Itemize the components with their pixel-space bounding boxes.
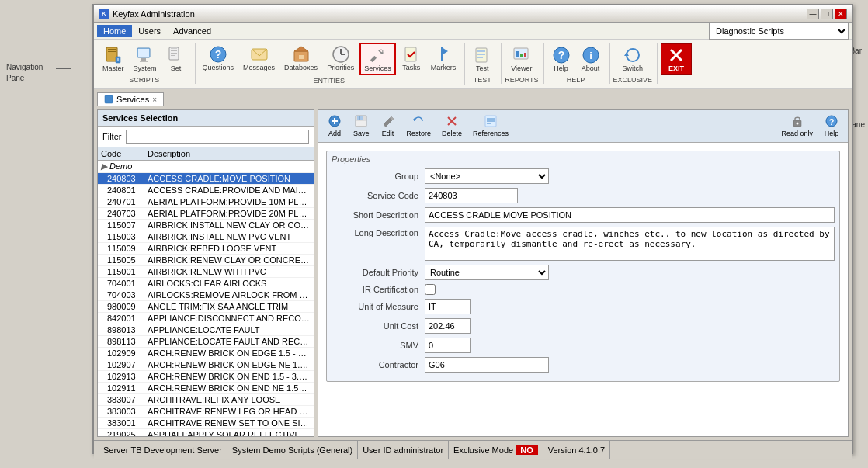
questions-icon: ? <box>209 45 227 64</box>
minimize-button[interactable]: — <box>807 9 819 19</box>
questions-button[interactable]: ? Questions <box>199 43 238 75</box>
add-edit-button[interactable]: Add <box>323 113 346 140</box>
group-row-demo[interactable]: ▶ Demo <box>98 161 314 173</box>
save-edit-button[interactable]: Save <box>349 113 373 140</box>
menu-home[interactable]: Home <box>97 25 132 37</box>
svg-rect-33 <box>477 57 483 58</box>
table-row[interactable]: 842001APPLIANCE:DISCONNECT AND RECONNECT <box>98 313 314 324</box>
userid-status: User ID administrator <box>358 441 449 459</box>
markers-button[interactable]: Markers <box>427 43 460 75</box>
filter-input[interactable] <box>126 130 309 144</box>
restore-edit-button[interactable]: Restore <box>403 113 436 140</box>
table-row[interactable]: 115007AIRBRICK:INSTALL NEW CLAY OR CONCR… <box>98 220 314 231</box>
title-bar: K Keyfax Administration — □ ✕ <box>94 5 852 23</box>
group-select[interactable]: <None> <box>425 168 549 184</box>
smv-input[interactable] <box>425 338 471 353</box>
help-button[interactable]: ? Help <box>547 43 575 75</box>
maximize-button[interactable]: □ <box>821 9 833 19</box>
about-label: About <box>582 64 600 72</box>
svg-rect-21 <box>299 55 304 59</box>
table-row[interactable]: 898113APPLIANCE:LOCATE FAULT AND RECTIFY <box>98 336 314 348</box>
svg-text:?: ? <box>829 117 835 127</box>
priorities-button[interactable]: Priorities <box>323 43 358 75</box>
menu-users[interactable]: Users <box>132 25 167 37</box>
table-row[interactable]: 383001ARCHITRAVE:RENEW SET TO ONE SIDE O… <box>98 418 314 429</box>
table-row[interactable]: 704001AIRLOCKS:CLEAR AIRLOCKS <box>98 278 314 289</box>
services-tab[interactable]: Services × <box>97 92 164 106</box>
svg-rect-31 <box>477 50 485 52</box>
svg-rect-15 <box>171 55 175 56</box>
table-row[interactable]: 115009AIRBRICK:REBED LOOSE VENT <box>98 243 314 255</box>
short-desc-row: Short Description <box>332 207 835 223</box>
exit-button[interactable]: EXIT <box>661 43 692 75</box>
references-edit-button[interactable]: References <box>469 113 512 140</box>
tasks-button[interactable]: Tasks <box>398 43 425 75</box>
svg-rect-9 <box>141 58 146 61</box>
table-row[interactable]: 383003ARCHITRAVE:RENEW LEG OR HEAD ONE S… <box>98 406 314 418</box>
table-row[interactable]: 115001AIRBRICK:RENEW WITH PVC <box>98 266 314 278</box>
table-row[interactable]: 240703AERIAL PLATFORM:PROVIDE 20M PLATFO… <box>98 208 314 220</box>
help-edit-button[interactable]: ? Help <box>820 113 843 140</box>
userid-label: User ID <box>363 445 391 455</box>
table-row[interactable]: 383007ARCHITRAVE:REFIX ANY LOOSE <box>98 394 314 406</box>
unit-cost-input[interactable] <box>425 318 471 334</box>
priority-select[interactable]: Routine <box>425 265 549 280</box>
services-button[interactable]: Services <box>359 43 396 75</box>
delete-edit-button[interactable]: Delete <box>438 113 466 140</box>
table-row[interactable]: 115003AIRBRICK:INSTALL NEW PVC VENT <box>98 231 314 243</box>
contractor-input[interactable] <box>425 357 549 373</box>
edit-edit-button[interactable]: Edit <box>377 113 400 140</box>
svg-rect-36 <box>516 51 519 57</box>
table-row[interactable]: 102907ARCH:RENEW BRICK ON EDGE NE 1.5M L… <box>98 359 314 371</box>
table-row[interactable]: 240701AERIAL PLATFORM:PROVIDE 10M PLATFO… <box>98 196 314 208</box>
long-desc-label: Long Description <box>332 227 425 237</box>
viewer-button[interactable]: Viewer <box>507 43 536 75</box>
test-group: Test TEST <box>468 43 502 84</box>
delete-icon <box>446 115 458 130</box>
references-label: References <box>473 130 509 137</box>
system-button[interactable]: System <box>130 43 161 75</box>
table-row[interactable]: 102913ARCH:RENEW BRICK ON END 1.5 - 3.0M… <box>98 371 314 383</box>
table-row[interactable]: 115005AIRBRICK:RENEW CLAY OR CONCRETE VE… <box>98 255 314 266</box>
table-row[interactable]: 102911ARCH:RENEW BRICK ON END NE 1.5M LO… <box>98 383 314 394</box>
close-button[interactable]: ✕ <box>835 9 847 19</box>
test-button[interactable]: Test <box>468 43 496 75</box>
about-button[interactable]: i About <box>577 43 605 75</box>
master-button[interactable]: Master <box>99 43 128 75</box>
readonly-button[interactable]: Read only <box>777 113 817 140</box>
ir-cert-checkbox[interactable] <box>425 284 436 295</box>
table-row[interactable]: 240803ACCESS CRADLE:MOVE POSITION <box>98 173 314 185</box>
table-row[interactable]: 898013APPLIANCE:LOCATE FAULT <box>98 324 314 336</box>
contractor-label: Contractor <box>332 360 425 369</box>
system-value: Demo Scripts (General) <box>263 445 353 455</box>
short-desc-input[interactable] <box>425 207 835 223</box>
table-row[interactable]: 980009ANGLE TRIM:FIX SAA ANGLE TRIM <box>98 301 314 313</box>
diagnostic-scripts-dropdown[interactable]: Diagnostic Scripts <box>709 23 849 40</box>
svg-rect-14 <box>171 53 177 54</box>
svg-rect-37 <box>520 54 523 57</box>
table-row[interactable]: 704003AIRLOCKS:REMOVE AIRLOCK FROM SYSTE… <box>98 289 314 301</box>
description-column-header: Description <box>144 147 314 161</box>
service-code-input[interactable] <box>425 188 518 203</box>
svg-rect-38 <box>524 53 526 57</box>
long-desc-textarea[interactable] <box>425 227 835 261</box>
uom-input[interactable] <box>425 299 471 314</box>
table-row[interactable]: 219025ASPHALT:APPLY SOLAR REFLECTIVE PAI… <box>98 429 314 437</box>
switch-button[interactable]: Switch <box>619 43 648 75</box>
services-list: Code Description ▶ Demo240803ACCESS CRAD… <box>98 147 314 436</box>
set-button[interactable]: Set <box>162 43 190 75</box>
services-tab-icon <box>104 95 113 104</box>
viewer-label: Viewer <box>511 64 532 72</box>
messages-button[interactable]: Messages <box>239 43 279 75</box>
tab-close-button[interactable]: × <box>152 95 157 104</box>
exclusive-label: Exclusive Mode <box>453 445 513 455</box>
version-label: Version <box>548 445 577 455</box>
table-row[interactable]: 240801ACCESS CRADLE:PROVIDE AND MAINTAIN <box>98 185 314 196</box>
table-row[interactable]: 102909ARCH:RENEW BRICK ON EDGE 1.5 - 3.0… <box>98 348 314 359</box>
questions-label: Questions <box>203 64 234 71</box>
svg-rect-2 <box>108 51 116 52</box>
help-label: Help <box>554 64 568 72</box>
menu-advanced[interactable]: Advanced <box>167 25 217 37</box>
databoxes-button[interactable]: Databoxes <box>280 43 321 75</box>
edit-label: Edit <box>382 130 394 137</box>
